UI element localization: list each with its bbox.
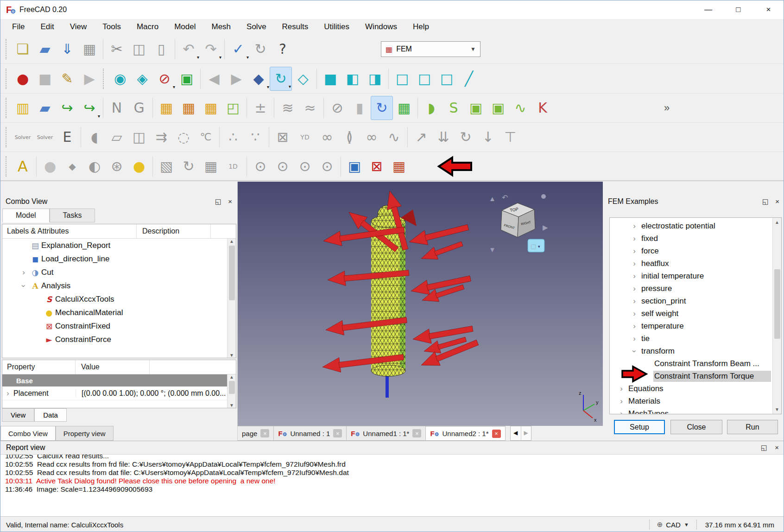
view-rear-button[interactable]: □ bbox=[391, 67, 413, 91]
navcube-rotate-icon[interactable]: ↶ bbox=[502, 194, 508, 202]
post-pipeline-delete-button[interactable]: ⊠ bbox=[366, 154, 388, 178]
report-close-icon[interactable]: × bbox=[775, 443, 779, 452]
close-examples-button[interactable]: Close bbox=[670, 420, 722, 434]
macro-play-button[interactable]: ▶ bbox=[78, 67, 101, 91]
fem-example-heatflux[interactable]: ›heatflux bbox=[610, 257, 781, 270]
doc-tab-page[interactable]: page× bbox=[238, 426, 274, 441]
femmesh-temp-c-button[interactable]: ⊙ bbox=[316, 154, 338, 178]
post-pipeline-button[interactable]: ▣ bbox=[343, 154, 366, 178]
constraint-displacement-button[interactable]: YD bbox=[294, 125, 316, 149]
menu-mesh[interactable]: Mesh bbox=[203, 20, 239, 33]
tree-expander-icon[interactable]: › bbox=[19, 280, 28, 291]
view-axonometric-button[interactable]: ◇ bbox=[292, 67, 314, 91]
fluid-section-button[interactable]: ▣ bbox=[487, 96, 509, 120]
constraint-contact-button[interactable]: ∞ bbox=[316, 125, 338, 149]
run-button[interactable]: Run bbox=[727, 420, 778, 434]
fem-example-meshtypes[interactable]: ›MeshTypes bbox=[610, 407, 781, 414]
view-isometric-button[interactable]: ◆▾ bbox=[247, 67, 270, 91]
box-element-selection-button[interactable]: ▣ bbox=[176, 67, 198, 91]
tab-combo-view[interactable]: Combo View bbox=[0, 426, 56, 441]
solver-calculix-button[interactable]: Solver bbox=[34, 125, 56, 149]
fem-example-temperature[interactable]: ›temperature bbox=[610, 320, 781, 332]
result-rotate-button[interactable]: ↻ bbox=[177, 154, 200, 178]
tab-property-view[interactable]: Property view bbox=[56, 426, 114, 441]
cut-button[interactable]: ✂ bbox=[106, 37, 128, 61]
paste-button[interactable]: ▯ bbox=[150, 37, 172, 61]
maximize-button[interactable]: □ bbox=[723, 0, 753, 19]
tree-item-calculixccxtools[interactable]: SCalculiXccxTools bbox=[2, 292, 236, 306]
constraint-force-gray-button[interactable]: ↗ bbox=[410, 125, 432, 149]
placement-expander-icon[interactable]: › bbox=[2, 389, 13, 398]
tree-expander-icon[interactable]: › bbox=[628, 222, 640, 231]
tree-expander-icon[interactable]: › bbox=[628, 272, 640, 281]
setup-button[interactable]: Setup bbox=[614, 420, 665, 434]
tree-item-explanation-report[interactable]: ▤Explanation_Report bbox=[2, 239, 236, 252]
material-nonlinear-button[interactable]: ● bbox=[128, 154, 150, 178]
fem-examples-scrollbar[interactable]: ▲ ▼ bbox=[772, 218, 781, 414]
constraint-self-weight-button[interactable]: ↓ bbox=[477, 125, 499, 149]
tree-item-constraintfixed[interactable]: ⊠ConstraintFixed bbox=[2, 319, 236, 333]
navcube-dot-icon[interactable] bbox=[541, 194, 546, 199]
constraint-bar-button[interactable]: ▮ bbox=[348, 96, 371, 120]
constraint-fixed-gray-button[interactable]: ⊠ bbox=[272, 125, 294, 149]
menu-utilities[interactable]: Utilities bbox=[316, 20, 357, 33]
toolbar-overflow-button[interactable]: » bbox=[664, 102, 670, 114]
tree-expander-icon[interactable]: › bbox=[628, 284, 640, 293]
tab-close-icon[interactable]: × bbox=[412, 429, 421, 437]
mesh-netgen-button[interactable]: N bbox=[106, 96, 128, 120]
mesh-group-button[interactable]: ▦ bbox=[177, 96, 200, 120]
tree-expander-icon[interactable]: › bbox=[628, 322, 640, 331]
combo-float-icon[interactable]: ◱ bbox=[215, 197, 221, 206]
menu-model[interactable]: Model bbox=[166, 20, 203, 33]
mesh-region-button[interactable]: ▦ bbox=[155, 96, 177, 120]
tab-data[interactable]: Data bbox=[34, 408, 67, 422]
tree-item-mechanicalmaterial[interactable]: ●MechanicalMaterial bbox=[2, 306, 236, 319]
navcube-arrow-down-icon[interactable]: ▼ bbox=[489, 246, 496, 253]
femmesh-temp-b-button[interactable]: ⊙ bbox=[294, 154, 316, 178]
workbench-selector[interactable]: ▦FEM▼ bbox=[381, 41, 481, 57]
femmesh-to-mesh-button[interactable]: ◰ bbox=[222, 96, 244, 120]
tab-close-icon[interactable]: × bbox=[492, 430, 501, 438]
fluid-boundary-button[interactable]: ≈ bbox=[299, 96, 321, 120]
toolbar-grip[interactable] bbox=[6, 156, 9, 177]
beam-rotation-button[interactable]: S bbox=[443, 96, 465, 120]
tree-expander-icon[interactable]: › bbox=[628, 297, 640, 306]
menu-solve[interactable]: Solve bbox=[239, 20, 274, 33]
constraint-initial-flow-button[interactable]: ◌ bbox=[172, 125, 195, 149]
tab-scroll-left-icon[interactable]: ◀ bbox=[511, 426, 521, 440]
report-float-icon[interactable]: ◱ bbox=[761, 443, 767, 452]
solve-refresh-button[interactable]: ↻ bbox=[371, 96, 393, 120]
macro-stop-button[interactable]: ■ bbox=[34, 67, 56, 91]
tree-expander-icon[interactable]: › bbox=[615, 384, 627, 393]
tree-expander-icon[interactable]: › bbox=[628, 309, 640, 318]
constraint-bearing-button[interactable]: ◖ bbox=[83, 125, 106, 149]
constraint-suppress-button[interactable]: ⊘ bbox=[326, 96, 348, 120]
minimize-button[interactable]: ― bbox=[693, 0, 723, 19]
tree-item-load-direction-line[interactable]: ◼Load_direction_line bbox=[2, 252, 236, 266]
fem-export-2-button[interactable]: ↪▾ bbox=[78, 96, 101, 120]
toolbar-grip[interactable] bbox=[6, 39, 9, 59]
doc-tab-unnamed-1[interactable]: F⚙Unnamed : 1× bbox=[274, 426, 347, 441]
mesh-boundary-layer-button[interactable]: ▦ bbox=[200, 96, 222, 120]
toolbar-grip[interactable] bbox=[103, 69, 107, 89]
clipping-plane-button[interactable]: ⊘▾ bbox=[153, 67, 176, 91]
fem-example-equations[interactable]: ›Equations bbox=[610, 382, 781, 395]
result-1d-button[interactable]: 1D bbox=[222, 154, 244, 178]
menu-file[interactable]: File bbox=[4, 20, 32, 33]
tab-view[interactable]: View bbox=[2, 408, 34, 422]
material-solid-button[interactable]: ● bbox=[39, 154, 61, 178]
solver-ccxtools-button[interactable]: Solver bbox=[12, 125, 34, 149]
post-apply-changes-button[interactable]: ▦ bbox=[388, 154, 410, 178]
mesh-gmsh-button[interactable]: G bbox=[128, 96, 150, 120]
doc-tab-unnamed1-1-[interactable]: F⚙Unnamed1 : 1*× bbox=[347, 426, 426, 441]
fem-example-electrostatic-potential[interactable]: ›electrostatic potential bbox=[610, 220, 781, 232]
constraint-transform-gray-button[interactable]: ∞ bbox=[360, 125, 383, 149]
solver-elmer-button[interactable]: E bbox=[56, 125, 78, 149]
menu-macro[interactable]: Macro bbox=[129, 20, 166, 33]
tree-expander-icon[interactable]: › bbox=[628, 259, 640, 268]
validate-edit-button[interactable]: ✓▾ bbox=[227, 37, 249, 61]
zoom-selection-button[interactable]: ◈ bbox=[131, 67, 153, 91]
navigate-back-button[interactable]: ◀ bbox=[203, 67, 225, 91]
open-document-button[interactable]: ▰ bbox=[34, 37, 56, 61]
property-scrollbar[interactable]: ▲ ▼ bbox=[227, 374, 236, 408]
